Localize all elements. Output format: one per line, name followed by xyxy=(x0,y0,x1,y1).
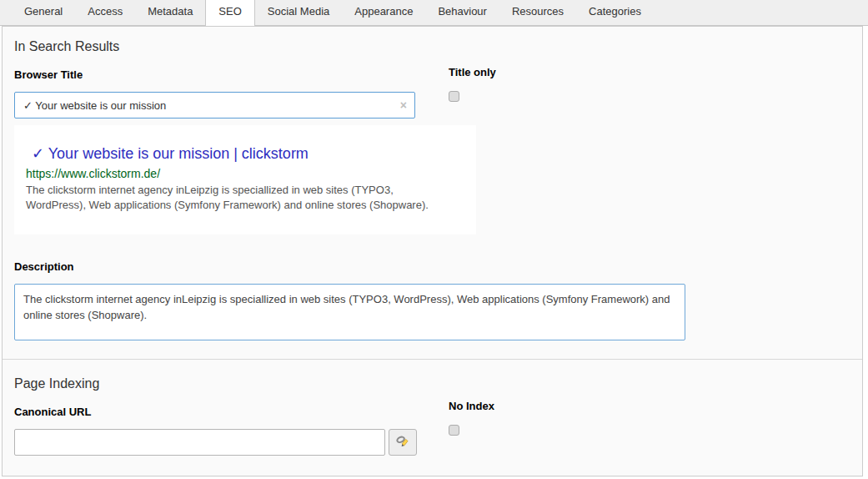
tab-resources[interactable]: Resources xyxy=(499,0,576,25)
search-result-preview: ✓ Your website is our mission | clicksto… xyxy=(14,125,476,234)
section-heading-page-indexing: Page Indexing xyxy=(14,376,849,391)
section-heading-in-search-results: In Search Results xyxy=(14,39,849,54)
preview-result-title-link[interactable]: ✓ Your website is our mission | clicksto… xyxy=(32,144,459,163)
preview-result-url: https://www.clickstorm.de/ xyxy=(26,167,459,180)
tab-bar: General Access Metadata SEO Social Media… xyxy=(0,0,868,26)
description-label: Description xyxy=(14,260,849,273)
link-wizard-icon xyxy=(396,435,409,451)
title-only-checkbox[interactable] xyxy=(449,91,459,102)
section-page-indexing: Page Indexing Canonical URL No Index xyxy=(3,359,862,476)
browser-title-input-wrap: × xyxy=(14,92,415,118)
seo-tab-panel: In Search Results Browser Title × ✓ Your… xyxy=(2,26,863,476)
tab-access[interactable]: Access xyxy=(75,0,135,25)
no-index-label: No Index xyxy=(449,400,494,412)
canonical-url-row xyxy=(14,429,849,456)
section-in-search-results: In Search Results Browser Title × ✓ Your… xyxy=(3,27,862,359)
description-textarea[interactable]: The clickstorm internet agency inLeipzig… xyxy=(14,284,685,340)
link-wizard-button[interactable] xyxy=(389,429,417,456)
tab-social-media[interactable]: Social Media xyxy=(255,0,342,25)
title-only-field: Title only xyxy=(449,66,496,104)
canonical-url-label: Canonical URL xyxy=(14,406,849,418)
clear-input-icon[interactable]: × xyxy=(400,98,407,112)
browser-title-label: Browser Title xyxy=(14,68,849,81)
tab-seo[interactable]: SEO xyxy=(205,0,254,26)
preview-result-description: The clickstorm internet agency inLeipzig… xyxy=(26,183,444,213)
tab-metadata[interactable]: Metadata xyxy=(135,0,205,25)
tab-categories[interactable]: Categories xyxy=(576,0,654,25)
no-index-checkbox[interactable] xyxy=(449,425,459,436)
browser-title-input[interactable] xyxy=(14,92,415,118)
title-only-label: Title only xyxy=(449,66,496,78)
tab-behaviour[interactable]: Behaviour xyxy=(425,0,499,25)
tab-general[interactable]: General xyxy=(12,0,75,25)
tab-appearance[interactable]: Appearance xyxy=(342,0,425,25)
no-index-field: No Index xyxy=(449,400,494,438)
canonical-url-input[interactable] xyxy=(14,429,385,456)
